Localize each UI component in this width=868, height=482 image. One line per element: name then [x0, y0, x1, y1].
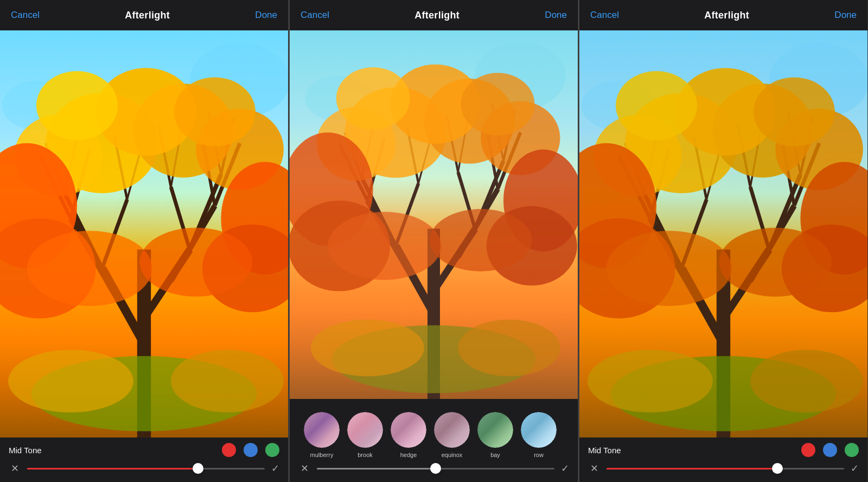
filter-label-bay: bay — [490, 452, 500, 458]
slider-check-icon-1[interactable]: ✓ — [271, 462, 279, 474]
slider-row-3: ✕ ✓ — [588, 462, 859, 478]
filter-thumb-row — [520, 411, 558, 449]
app-title-3: Afterlight — [704, 10, 749, 21]
red-dot-1[interactable] — [222, 443, 236, 457]
slider-thumb-1[interactable] — [193, 463, 203, 474]
top-bar-3: Cancel Afterlight Done — [579, 0, 867, 30]
midtone-row-3: Mid Tone — [588, 443, 859, 457]
svg-point-115 — [607, 231, 732, 306]
slider-track-3[interactable] — [607, 468, 844, 470]
blue-dot-3[interactable] — [823, 443, 837, 457]
filter-item-mulberry[interactable]: mulberry — [303, 411, 341, 458]
svg-point-29 — [36, 71, 118, 140]
filter-strip: mulberry brook hedge equinox — [298, 404, 569, 462]
svg-point-75 — [328, 212, 441, 280]
slider-x-icon-2[interactable]: ✕ — [298, 462, 310, 474]
slider-track-2[interactable] — [317, 468, 554, 470]
svg-point-119 — [750, 350, 863, 412]
phone-panel-2: Cancel Afterlight Done — [290, 0, 578, 482]
filter-thumb-brook — [346, 411, 384, 449]
slider-row-2: ✕ ✓ — [298, 462, 569, 478]
green-dot-1[interactable] — [265, 443, 279, 457]
midtone-label-3: Mid Tone — [588, 446, 794, 455]
slider-fill-1 — [27, 468, 198, 470]
phone-panel-1: Cancel Afterlight Done — [0, 0, 289, 482]
slider-check-icon-3[interactable]: ✓ — [851, 462, 859, 474]
svg-point-38 — [8, 350, 133, 412]
svg-point-116 — [719, 227, 832, 296]
bottom-controls-1: Mid Tone ✕ ✓ — [0, 437, 288, 482]
slider-thumb-2[interactable] — [430, 463, 441, 474]
filter-item-bay[interactable]: bay — [476, 411, 514, 458]
cancel-button-3[interactable]: Cancel — [590, 10, 619, 21]
filter-item-brook[interactable]: brook — [346, 411, 384, 458]
svg-point-69 — [336, 67, 410, 130]
filter-thumb-bay — [476, 411, 514, 449]
done-button-3[interactable]: Done — [834, 10, 857, 21]
filter-label-equinox: equinox — [442, 452, 463, 458]
app-title-2: Afterlight — [414, 10, 459, 21]
bottom-controls-2: mulberry brook hedge equinox — [290, 399, 578, 482]
svg-point-109 — [616, 71, 697, 140]
cancel-button-1[interactable]: Cancel — [11, 10, 40, 21]
filter-item-row[interactable]: row — [520, 411, 558, 458]
svg-point-76 — [430, 209, 532, 271]
svg-point-110 — [754, 78, 835, 147]
top-bar-1: Cancel Afterlight Done — [0, 0, 288, 30]
svg-point-79 — [458, 320, 560, 376]
filter-thumb-hedge — [390, 411, 427, 449]
midtone-label-1: Mid Tone — [9, 446, 214, 455]
svg-point-36 — [139, 227, 252, 296]
filter-item-equinox[interactable]: equinox — [433, 411, 471, 458]
svg-point-78 — [311, 320, 424, 376]
slider-x-icon-3[interactable]: ✕ — [588, 462, 600, 474]
slider-fill-3 — [607, 468, 777, 470]
slider-check-icon-2[interactable]: ✓ — [561, 462, 569, 474]
slider-thumb-3[interactable] — [772, 463, 783, 474]
svg-point-30 — [174, 78, 256, 147]
red-dot-3[interactable] — [801, 443, 815, 457]
phone-panel-3: Cancel Afterlight Done — [579, 0, 868, 482]
svg-point-70 — [461, 73, 535, 135]
slider-track-1[interactable] — [27, 468, 265, 470]
filter-thumb-equinox — [433, 411, 471, 449]
app-title-1: Afterlight — [125, 10, 170, 21]
midtone-row-1: Mid Tone — [9, 443, 279, 457]
svg-point-118 — [588, 350, 713, 412]
filter-label-brook: brook — [358, 452, 373, 458]
filter-item-hedge[interactable]: hedge — [390, 411, 427, 458]
filter-label-row: row — [534, 452, 544, 458]
filter-label-mulberry: mulberry — [310, 452, 334, 458]
slider-x-icon-1[interactable]: ✕ — [9, 462, 21, 474]
image-area-3 — [579, 30, 867, 437]
svg-point-39 — [171, 350, 284, 412]
top-bar-2: Cancel Afterlight Done — [290, 0, 578, 30]
image-area-2 — [290, 30, 578, 399]
filter-thumb-mulberry — [303, 411, 341, 449]
svg-point-35 — [27, 231, 152, 306]
slider-row-1: ✕ ✓ — [9, 462, 279, 478]
blue-dot-1[interactable] — [244, 443, 258, 457]
green-dot-3[interactable] — [845, 443, 859, 457]
bottom-controls-3: Mid Tone ✕ ✓ — [579, 437, 867, 482]
slider-fill-2 — [317, 468, 436, 470]
done-button-1[interactable]: Done — [255, 10, 277, 21]
cancel-button-2[interactable]: Cancel — [301, 10, 329, 21]
image-area-1 — [0, 30, 288, 437]
done-button-2[interactable]: Done — [545, 10, 567, 21]
filter-label-hedge: hedge — [400, 452, 417, 458]
